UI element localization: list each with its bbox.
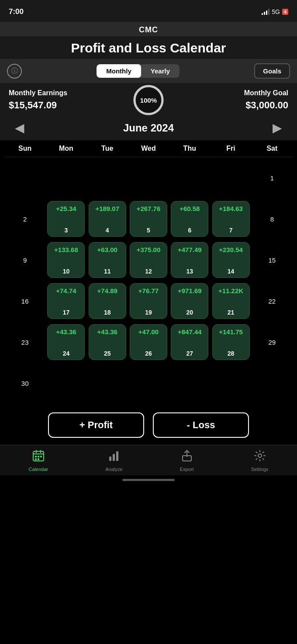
tab-export[interactable]: Export	[171, 450, 203, 472]
profit-value: +43.36	[97, 328, 117, 336]
cal-day-19[interactable]: +76.77 19	[128, 280, 169, 322]
day-header-tue: Tue	[87, 143, 128, 154]
day-number: 29	[269, 339, 276, 346]
monthly-toggle[interactable]: Monthly	[97, 64, 141, 78]
day-card[interactable]: +267.76 5	[130, 201, 167, 237]
cal-day-12[interactable]: +375.00 12	[128, 239, 169, 280]
tab-settings[interactable]: Settings	[242, 450, 277, 472]
cal-day-24[interactable]: +43.36 24	[45, 322, 86, 363]
cal-day-14[interactable]: +230.54 14	[210, 239, 251, 280]
cal-day-17[interactable]: +74.74 17	[45, 280, 86, 322]
day-header-sun: Sun	[4, 143, 45, 154]
cal-day-3[interactable]: +25.34 3	[45, 198, 86, 239]
day-card[interactable]: +189.07 4	[89, 201, 126, 237]
cal-day-26[interactable]: +47.00 26	[128, 322, 169, 363]
cal-day-23[interactable]: 23	[4, 322, 45, 363]
day-card[interactable]: +76.77 19	[130, 283, 167, 319]
calendar-week-3: 9 +133.68 10 +63.00 11 +375.00 12 +477.4…	[4, 239, 293, 280]
day-card[interactable]: +11.22K 21	[212, 283, 250, 319]
cal-day-5[interactable]: +267.76 5	[128, 198, 169, 239]
tab-analyze[interactable]: Analyze	[97, 450, 131, 472]
goal-label: Monthly Goal	[244, 89, 288, 97]
day-card[interactable]: +47.00 26	[130, 324, 167, 360]
cal-day-21[interactable]: +11.22K 21	[210, 280, 251, 322]
settings-icon	[254, 450, 266, 465]
day-card[interactable]: +43.36 25	[89, 324, 126, 360]
day-card[interactable]: +184.63 7	[212, 201, 250, 237]
day-card[interactable]: +60.58 6	[171, 201, 208, 237]
profit-value: +189.07	[95, 205, 119, 212]
day-number: 13	[186, 268, 193, 275]
day-card[interactable]: +847.44 27	[171, 324, 208, 360]
battery-icon: 4	[282, 9, 288, 15]
profit-value: +141.75	[219, 328, 243, 336]
cal-day-13[interactable]: +477.49 13	[169, 239, 210, 280]
day-number: 14	[228, 268, 235, 275]
profit-button[interactable]: + Profit	[48, 412, 144, 438]
profit-value: +267.76	[137, 205, 161, 212]
cal-day-9[interactable]: 9	[4, 239, 45, 280]
day-number: 1	[270, 174, 274, 182]
profit-value: +11.22K	[218, 287, 243, 294]
tab-export-label: Export	[180, 467, 194, 472]
cal-day-1[interactable]: 1	[252, 157, 293, 198]
goals-button[interactable]: Goals	[254, 63, 290, 79]
svg-rect-6	[35, 456, 37, 457]
cal-empty	[87, 363, 128, 404]
day-card[interactable]: +477.49 13	[171, 242, 208, 278]
goal-value: $3,000.00	[244, 100, 288, 111]
cal-day-8[interactable]: 8	[252, 198, 293, 239]
prev-month-button[interactable]: ◀	[10, 119, 29, 137]
day-number: 7	[229, 227, 233, 234]
day-card[interactable]: +74.74 17	[47, 283, 85, 319]
earnings-left: Monthly Earnings $15,547.09	[9, 89, 67, 111]
cal-day-4[interactable]: +189.07 4	[87, 198, 128, 239]
cal-day-11[interactable]: +63.00 11	[87, 239, 128, 280]
cal-empty	[169, 363, 210, 404]
profit-value: +60.58	[180, 205, 200, 212]
cal-day-18[interactable]: +74.89 18	[87, 280, 128, 322]
cal-day-15[interactable]: 15	[252, 239, 293, 280]
day-card[interactable]: +971.69 20	[171, 283, 208, 319]
day-number: 11	[104, 268, 111, 275]
cal-day-22[interactable]: 22	[252, 280, 293, 322]
day-card[interactable]: +63.00 11	[89, 242, 126, 278]
cal-day-7[interactable]: +184.63 7	[210, 198, 251, 239]
info-button[interactable]: ⓘ	[7, 64, 22, 79]
tab-calendar-label: Calendar	[29, 467, 48, 472]
day-card[interactable]: +133.68 10	[47, 242, 85, 278]
cal-day-30[interactable]: 30	[4, 363, 45, 404]
day-card[interactable]: +74.89 18	[89, 283, 126, 319]
day-number: 26	[145, 350, 152, 357]
cal-day-25[interactable]: +43.36 25	[87, 322, 128, 363]
page-title: Profit and Loss Calendar	[0, 41, 297, 55]
day-card[interactable]: +375.00 12	[130, 242, 167, 278]
month-display: June 2024	[123, 122, 174, 134]
cal-day-27[interactable]: +847.44 27	[169, 322, 210, 363]
day-number: 22	[269, 298, 276, 305]
cal-day-2[interactable]: 2	[4, 198, 45, 239]
day-header-sat: Sat	[252, 143, 293, 154]
cal-day-20[interactable]: +971.69 20	[169, 280, 210, 322]
day-number: 12	[145, 268, 152, 275]
day-card[interactable]: +43.36 24	[47, 324, 85, 360]
svg-rect-10	[38, 458, 39, 460]
cal-day-10[interactable]: +133.68 10	[45, 239, 86, 280]
cal-day-28[interactable]: +141.75 28	[210, 322, 251, 363]
day-card[interactable]: +25.34 3	[47, 201, 85, 237]
tab-settings-label: Settings	[251, 467, 269, 472]
svg-rect-11	[109, 457, 111, 461]
loss-button[interactable]: - Loss	[153, 412, 249, 438]
yearly-toggle[interactable]: Yearly	[141, 64, 180, 78]
cal-day-29[interactable]: 29	[252, 322, 293, 363]
progress-percent: 100%	[140, 97, 157, 104]
tab-calendar[interactable]: Calendar	[20, 450, 57, 472]
network-type: 5G	[272, 8, 280, 15]
cal-day-16[interactable]: 16	[4, 280, 45, 322]
day-card[interactable]: +230.54 14	[212, 242, 250, 278]
next-month-button[interactable]: ▶	[268, 119, 287, 137]
day-card[interactable]: +141.75 28	[212, 324, 250, 360]
day-number: 17	[63, 309, 70, 316]
day-number: 3	[65, 227, 68, 234]
cal-day-6[interactable]: +60.58 6	[169, 198, 210, 239]
